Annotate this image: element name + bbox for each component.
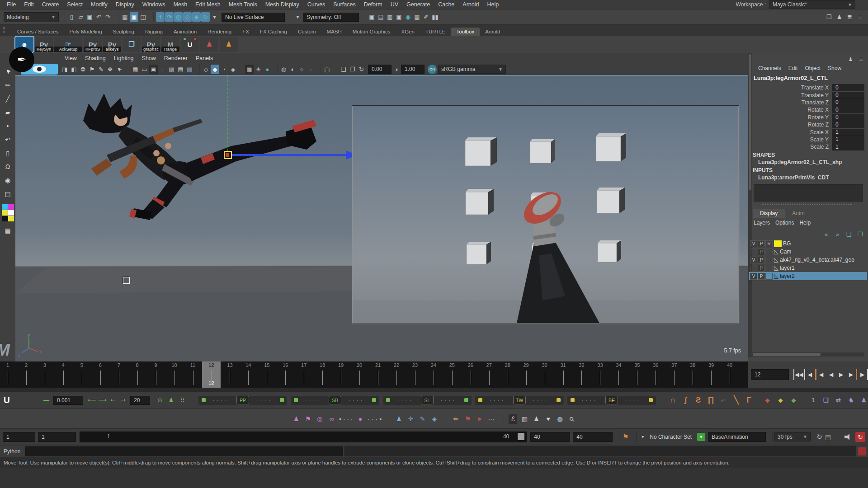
frame-number[interactable]: 5 — [75, 362, 89, 368]
color-swatch[interactable] — [2, 204, 8, 210]
pencil-yellow-icon[interactable]: ✏ — [452, 414, 460, 424]
resolution-gate-icon[interactable]: ▣ — [149, 65, 158, 74]
menu-item[interactable]: Mesh Display — [261, 1, 303, 8]
snap-curve-icon[interactable]: ↷ — [165, 12, 174, 22]
frame-number[interactable]: 7 — [112, 362, 126, 368]
menu-set-dropdown[interactable]: Modeling▼ — [4, 12, 59, 22]
e-tool-icon[interactable]: ℰ — [509, 414, 517, 424]
frame-number[interactable]: 18 — [316, 362, 329, 368]
range-slider[interactable]: 1 40 — [80, 432, 527, 442]
textured-mode-icon[interactable]: ◔ — [220, 65, 228, 74]
character-add-icon[interactable]: ♟ — [532, 414, 541, 424]
grid-icon[interactable]: ▦ — [4, 225, 12, 235]
menu-item[interactable]: Modify — [87, 1, 112, 8]
character-icon[interactable]: ♟ — [167, 395, 175, 405]
new-layer-icon[interactable]: ❐ — [856, 230, 864, 239]
color-swatch[interactable] — [8, 216, 14, 221]
shelf-tab[interactable]: FX — [237, 28, 255, 36]
menu-item[interactable]: File — [3, 1, 20, 8]
snap-options-caret-icon[interactable]: ▾ — [210, 12, 219, 22]
shelf-tab[interactable]: Arnold — [480, 28, 505, 36]
search-icon[interactable]: ⚲ — [565, 413, 578, 425]
step-forward-key-button[interactable]: ▶ — [846, 369, 857, 380]
menu-item[interactable]: Select — [63, 1, 87, 8]
modeling-toolkit-icon[interactable]: ❒ — [825, 12, 833, 22]
menu-item[interactable]: Edit Mesh — [191, 1, 225, 8]
open-render-view-icon[interactable]: ▣ — [368, 12, 376, 22]
anim-slider-be[interactable]: ····BE···· — [567, 396, 656, 405]
camera-attributes-icon[interactable]: ◨ — [61, 65, 69, 74]
render-current-frame-icon[interactable]: ▤ — [377, 12, 385, 22]
wireframe-icon[interactable]: ◇ — [202, 65, 210, 74]
heart-icon[interactable]: ♥ — [544, 414, 552, 424]
frame-number[interactable]: 12 — [204, 362, 218, 368]
shelf-tab[interactable]: Poly Modeling — [64, 28, 107, 36]
move-layer-down-icon[interactable]: » — [833, 230, 842, 239]
minus-icon[interactable]: — — [42, 395, 51, 405]
visibility-cell[interactable] — [750, 265, 757, 272]
attribute-value-field[interactable]: 0 — [832, 121, 864, 128]
grid-toggle-icon[interactable]: ▦ — [131, 65, 140, 74]
loop-playback-icon[interactable]: ↻ — [815, 432, 824, 441]
save-scene-icon[interactable]: ▣ — [85, 12, 94, 22]
diamond-icon[interactable]: ◈ — [430, 414, 439, 424]
gate-mask-icon[interactable]: ▫ — [158, 65, 167, 74]
graphzc-script-shelf-button[interactable]: Pygraphzc — [142, 37, 160, 52]
shelf-tab[interactable]: Sculpting — [108, 28, 140, 36]
animbot-logo-shelf-button[interactable]: U — [181, 37, 199, 52]
panel-divider[interactable] — [762, 204, 852, 205]
shelf-tab[interactable]: TURTLE — [420, 28, 451, 36]
sequence-render-icon[interactable]: ▦ — [413, 12, 421, 22]
input-node-name[interactable]: Luna3p:armorPrimVis_CDT — [758, 174, 829, 181]
command-language-label[interactable]: Python — [2, 448, 24, 455]
stepped-tangent-icon[interactable]: Γ — [745, 395, 753, 405]
table-icon[interactable]: ▦ — [520, 414, 529, 424]
chevron-down-icon[interactable]: ▾ — [638, 432, 647, 441]
isolate-select-icon[interactable]: ▢ — [323, 65, 331, 74]
layer-editor-tab[interactable]: Anim — [785, 209, 811, 218]
prev-frame-icon[interactable]: ⟵ — [88, 395, 96, 405]
reference-cell[interactable] — [765, 273, 773, 280]
frame-number[interactable]: 19 — [334, 362, 348, 368]
make-live-icon[interactable]: ↻ — [201, 12, 210, 22]
line-tool-icon[interactable]: ╱ — [4, 94, 12, 103]
pen-tool-overlay-icon[interactable]: ✒ — [9, 47, 34, 72]
reference-cell[interactable] — [765, 265, 773, 272]
chevron-down-icon[interactable]: ▼ — [293, 12, 302, 22]
playback-cell[interactable]: P — [758, 273, 765, 280]
shelf-tab[interactable]: FX Caching — [255, 28, 292, 36]
speed-field[interactable]: 0.001 — [53, 396, 83, 405]
frame-number[interactable]: 38 — [686, 362, 699, 368]
go-to-end-button[interactable]: ▶ — [858, 369, 868, 380]
layer-row-layer1[interactable]: P◺layer1 — [749, 264, 867, 272]
attribute-value-field[interactable]: 0 — [832, 106, 864, 113]
channel-box-menu-item[interactable]: Edit — [785, 65, 802, 71]
flat-tangent-icon[interactable]: ⌐ — [719, 395, 728, 405]
visibility-cell[interactable] — [750, 249, 757, 255]
attribute-value-field[interactable]: 1 — [832, 136, 864, 143]
channel-box-menu-item[interactable]: Show — [824, 65, 845, 71]
mute-audio-icon[interactable] — [844, 434, 852, 440]
prev-key-icon[interactable]: ⇠ — [108, 395, 117, 405]
range-handle[interactable] — [518, 433, 524, 440]
animation-end-field[interactable]: 40 — [573, 432, 613, 442]
select-hierarchy-icon[interactable]: ▦ — [121, 12, 129, 22]
list-icon[interactable]: ≣ — [857, 55, 865, 64]
frame-number[interactable]: 13 — [223, 362, 236, 368]
panel-menu-item[interactable]: Shading — [81, 55, 110, 61]
layer-row-ak47_rig_v0_4_beta:ak47_geo[interactable]: VP◺ak47_rig_v0_4_beta:ak47_geo — [749, 256, 867, 264]
panel-menu-item[interactable]: Renderer — [160, 55, 192, 61]
viewport-3d-view[interactable]: y x z — [15, 75, 748, 362]
shelf-tab[interactable]: Animation — [168, 28, 202, 36]
command-input[interactable] — [25, 446, 343, 456]
hotkey-1-icon[interactable]: 1 — [809, 395, 817, 405]
current-frame-field[interactable]: 12 — [751, 369, 789, 380]
attribute-editor-icon[interactable]: ≡ — [856, 12, 864, 22]
anim-slider-tw[interactable]: ····TW···· — [475, 396, 564, 405]
frame-number[interactable]: 9 — [149, 362, 163, 368]
pin-icon[interactable]: ♟ — [846, 55, 855, 64]
frame-number[interactable]: 16 — [278, 362, 292, 368]
layer-name[interactable]: BG — [783, 240, 791, 247]
frame-number[interactable]: 22 — [390, 362, 403, 368]
arrow-red-icon[interactable]: ➤ — [475, 414, 484, 424]
